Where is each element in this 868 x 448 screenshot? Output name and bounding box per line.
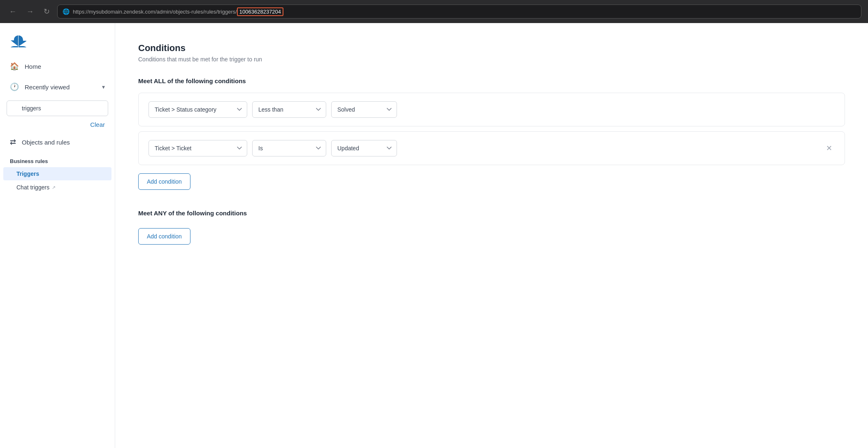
app-layout: 🏠 Home 🕐 Recently viewed ▾ 🔍 Clear ⇄ Obj… [0,23,868,448]
condition-row-2: Ticket > Ticket Is Updated ✕ [138,131,845,165]
sidebar-search-wrapper: 🔍 [7,100,108,116]
sidebar-home-label: Home [25,63,41,70]
globe-icon: 🌐 [63,8,70,15]
conditions-subtitle: Conditions that must be met for the trig… [138,56,845,63]
condition1-field-select[interactable]: Ticket > Status category [149,101,247,118]
main-content: Conditions Conditions that must be met f… [115,23,868,448]
zendesk-logo-icon [10,35,27,48]
search-input[interactable] [7,100,108,116]
home-icon: 🏠 [10,62,19,71]
add-condition-all-button[interactable]: Add condition [138,173,190,190]
sidebar: 🏠 Home 🕐 Recently viewed ▾ 🔍 Clear ⇄ Obj… [0,23,115,448]
remove-condition2-button[interactable]: ✕ [824,143,835,154]
business-rules-title: Business rules [0,154,115,167]
condition1-value-select[interactable]: Solved [331,101,397,118]
conditions-section: Conditions Conditions that must be met f… [138,43,845,245]
chat-triggers-label: Chat triggers [16,184,49,191]
sidebar-logo [0,23,115,56]
sidebar-item-home[interactable]: 🏠 Home [0,56,115,77]
sidebar-objects-rules-label: Objects and rules [22,139,70,146]
condition2-field-select[interactable]: Ticket > Ticket [149,140,247,156]
browser-chrome: ← → ↻ 🌐 https://mysubdomain.zendesk.com/… [0,0,868,23]
condition2-value-select[interactable]: Updated [331,140,397,156]
sidebar-item-objects-and-rules[interactable]: ⇄ Objects and rules [0,132,115,152]
address-bar[interactable]: 🌐 https://mysubdomain.zendesk.com/admin/… [57,5,861,19]
clear-button[interactable]: Clear [90,121,105,128]
back-button[interactable]: ← [7,6,19,18]
meet-any-label: Meet ANY of the following conditions [138,210,845,217]
condition-row-1: Ticket > Status category Less than Solve… [138,93,845,126]
triggers-label: Triggers [16,170,39,177]
clock-icon: 🕐 [10,82,19,91]
condition1-operator-select[interactable]: Less than [252,101,326,118]
meet-any-section: Meet ANY of the following conditions Add… [138,210,845,245]
refresh-button[interactable]: ↻ [41,5,52,18]
address-url: https://mysubdomain.zendesk.com/admin/ob… [73,7,856,16]
meet-all-label: Meet ALL of the following conditions [138,77,845,84]
sidebar-item-chat-triggers[interactable]: Chat triggers ↗ [3,181,111,194]
objects-rules-icon: ⇄ [10,138,16,147]
url-highlight: 10063628237204 [237,7,283,16]
url-prefix: https://mysubdomain.zendesk.com/admin/ob… [73,9,237,15]
meet-all-section: Meet ALL of the following conditions Tic… [138,77,845,190]
add-condition-any-button[interactable]: Add condition [138,228,190,245]
sidebar-item-triggers[interactable]: Triggers [3,167,111,180]
forward-button[interactable]: → [24,6,36,18]
condition2-operator-select[interactable]: Is [252,140,326,156]
conditions-title: Conditions [138,43,845,54]
sidebar-item-recently-viewed[interactable]: 🕐 Recently viewed ▾ [0,77,115,97]
external-link-icon: ↗ [52,185,56,190]
sidebar-submenu: Business rules Triggers Chat triggers ↗ [0,152,115,196]
sidebar-clear-section: Clear [0,119,115,132]
sidebar-recently-viewed-label: Recently viewed [25,84,70,91]
chevron-down-icon: ▾ [102,84,105,90]
